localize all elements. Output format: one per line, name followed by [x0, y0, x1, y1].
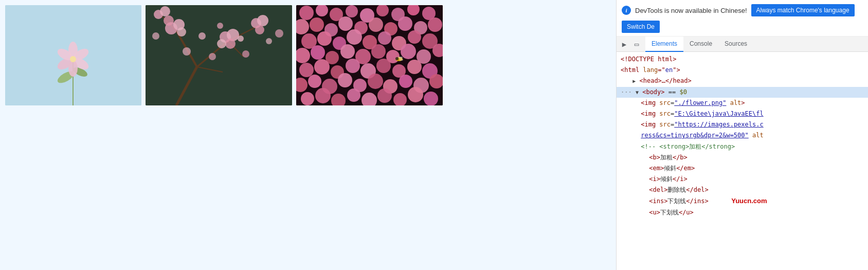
flower-image-2: [146, 5, 292, 105]
dom-comment: <!-- <strong>加粗</strong>: [617, 141, 868, 152]
svg-point-36: [198, 32, 206, 40]
svg-point-33: [183, 47, 191, 56]
tab-elements[interactable]: Elements: [645, 37, 683, 52]
dom-html: <html lang="en">: [617, 65, 868, 76]
notification-text: DevTools is now available in Chinese!: [635, 7, 747, 14]
svg-point-109: [395, 57, 399, 60]
svg-point-71: [311, 45, 325, 60]
svg-point-85: [376, 59, 391, 73]
svg-point-21: [164, 15, 174, 26]
dom-img3-end[interactable]: ress&cs=tinysrgb&dpr=2&w=500" alt: [617, 130, 868, 141]
svg-point-58: [398, 16, 412, 31]
svg-point-34: [242, 50, 249, 58]
svg-point-64: [347, 29, 362, 45]
svg-point-32: [209, 53, 216, 60]
svg-point-102: [347, 88, 360, 102]
svg-point-106: [408, 87, 423, 102]
svg-point-68: [408, 30, 421, 44]
dom-ins[interactable]: <ins>下划线</ins> Yuucn.com: [617, 195, 868, 207]
notification-bar: i DevTools is now available in Chinese! …: [617, 0, 868, 37]
svg-point-60: [428, 17, 442, 32]
dom-img2[interactable]: <img src="E:\Gitee\java\JavaEE\fl: [617, 109, 868, 119]
dom-i[interactable]: <i>倾斜</i>: [617, 174, 868, 185]
dom-head[interactable]: ▶ <head>…</head>: [617, 76, 868, 86]
dom-img3-start[interactable]: <img src="https://images.pexels.c: [617, 119, 868, 130]
svg-point-56: [369, 17, 383, 32]
svg-point-73: [340, 44, 355, 59]
svg-point-10: [70, 56, 76, 62]
svg-point-35: [266, 38, 272, 44]
svg-point-25: [225, 39, 236, 49]
dom-img1[interactable]: <img src="./flower.png" alt>: [617, 98, 868, 109]
svg-point-42: [299, 6, 314, 20]
svg-point-26: [217, 39, 226, 48]
svg-point-94: [368, 74, 383, 89]
svg-point-92: [338, 73, 352, 87]
svg-point-83: [346, 59, 360, 73]
dom-em[interactable]: <em>倾斜</em>: [617, 163, 868, 174]
info-icon: i: [622, 6, 631, 15]
svg-point-77: [401, 44, 416, 59]
svg-point-87: [407, 60, 422, 74]
flower-image-3: [296, 5, 443, 105]
svg-point-75: [371, 44, 386, 59]
cursor-icon[interactable]: ▶: [620, 40, 629, 49]
flower-image-1: [5, 5, 141, 105]
svg-point-54: [338, 16, 353, 31]
svg-point-45: [346, 5, 358, 17]
svg-point-52: [310, 17, 324, 32]
svg-point-29: [255, 25, 264, 34]
svg-point-100: [315, 88, 331, 103]
dom-body[interactable]: ··· ▼ <body> == $0: [617, 87, 868, 98]
svg-point-81: [314, 59, 330, 75]
dom-b[interactable]: <b>加粗</b>: [617, 152, 868, 163]
svg-point-90: [308, 75, 321, 88]
svg-point-96: [399, 75, 412, 88]
content-area: [0, 0, 616, 270]
switch-devtools-button[interactable]: Switch De: [622, 21, 660, 33]
match-language-button[interactable]: Always match Chrome's language: [751, 4, 855, 16]
devtools-tabs: ▶ ▭ Elements Console Sources: [617, 37, 868, 52]
tab-console[interactable]: Console: [683, 37, 718, 52]
svg-point-22: [177, 27, 186, 37]
svg-point-37: [275, 29, 283, 38]
svg-point-31: [160, 6, 170, 16]
dom-del[interactable]: <del>删除线</del>: [617, 185, 868, 195]
devtools-panel: i DevTools is now available in Chinese! …: [616, 0, 868, 270]
dom-doctype: <!DOCTYPE html>: [617, 54, 868, 65]
svg-point-104: [377, 88, 392, 103]
dom-tree: <!DOCTYPE html> <html lang="en"> ▶ <head…: [617, 52, 868, 270]
svg-point-66: [378, 31, 391, 45]
tab-icon-area: ▶ ▭: [620, 40, 641, 49]
watermark-text: Yuucn.com: [731, 197, 767, 205]
dom-u[interactable]: <u>下划线</u>: [617, 207, 868, 218]
device-icon[interactable]: ▭: [632, 40, 641, 49]
svg-point-40: [238, 35, 244, 42]
svg-point-80: [299, 63, 314, 77]
svg-point-99: [301, 92, 314, 105]
svg-point-110: [399, 57, 403, 59]
svg-point-39: [217, 23, 223, 29]
svg-point-62: [317, 31, 332, 46]
svg-point-107: [424, 92, 438, 105]
svg-point-111: [399, 59, 403, 61]
svg-point-38: [152, 32, 159, 40]
svg-point-28: [257, 15, 268, 26]
tab-sources[interactable]: Sources: [718, 37, 753, 52]
